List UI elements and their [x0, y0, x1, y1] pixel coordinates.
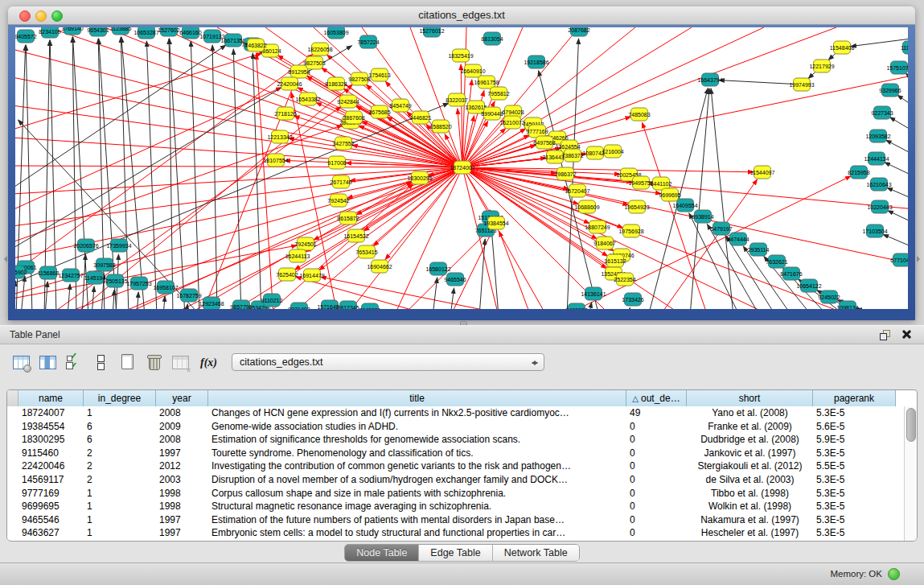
cell-out_de[interactable]: 0 [626, 487, 687, 501]
graph-node[interactable]: 8471676 [780, 267, 802, 280]
cell-title[interactable]: Genome-wide association studies in ADHD. [208, 420, 626, 434]
citation-edge-black[interactable] [897, 95, 908, 113]
graph-node[interactable]: 9827503 [303, 56, 325, 69]
graph-node[interactable]: 2867608 [343, 111, 364, 124]
cell-year[interactable]: 1997 [156, 526, 208, 540]
graph-node[interactable]: 9465546 [444, 273, 466, 286]
citation-edge-black[interactable] [906, 73, 908, 89]
graph-node[interactable]: 1216004 [602, 145, 623, 158]
graph-node[interactable]: 8921403 [288, 303, 310, 309]
citation-edge-black[interactable] [711, 89, 733, 309]
graph-node[interactable]: 9184067 [593, 237, 615, 249]
cell-in_degree[interactable]: 1 [84, 406, 156, 420]
new-document-icon[interactable] [117, 352, 138, 373]
cell-pagerank[interactable]: 5.6E-5 [813, 420, 896, 434]
citation-edge-red[interactable] [15, 138, 462, 167]
cell-title[interactable]: Structural magnetic resonance image aver… [208, 500, 626, 513]
graph-node[interactable]: 9446821 [409, 111, 431, 124]
graph-node[interactable]: 19974993 [789, 78, 814, 91]
graph-node[interactable]: 6479197 [710, 222, 732, 235]
graph-node[interactable]: 2718126 [274, 107, 296, 120]
graph-node[interactable]: 3097588 [93, 258, 115, 271]
column-header-out_de[interactable]: △out_de… [626, 390, 687, 406]
cell-title[interactable]: Changes of HCN gene expression and I(f) … [208, 406, 626, 420]
graph-node[interactable]: 9245022 [818, 290, 840, 303]
graph-node[interactable]: 19654923 [624, 200, 649, 213]
graph-node[interactable]: 10653287 [133, 27, 158, 39]
graph-node[interactable]: 8215958 [848, 166, 869, 179]
left-panel-collapse-arrow[interactable] [1, 256, 7, 262]
cell-pagerank[interactable]: 5.3E-5 [813, 526, 896, 540]
cell-title[interactable]: Corpus callosum shape and size in male p… [208, 487, 626, 501]
graph-node[interactable]: 1156868 [38, 266, 60, 279]
graph-node[interactable]: 9654301 [87, 27, 109, 36]
table-selector-dropdown[interactable]: citations_edges.txt [232, 353, 544, 371]
graph-node[interactable]: 17359934 [106, 239, 131, 252]
cell-in_degree[interactable]: 1 [84, 513, 156, 527]
citation-edge-black[interactable] [851, 37, 908, 47]
graph-node[interactable]: 10654122 [796, 279, 821, 292]
graph-node[interactable]: 2087682 [568, 27, 589, 36]
graph-node[interactable]: 7924542 [327, 194, 349, 207]
close-panel-icon[interactable] [901, 329, 911, 340]
graph-node[interactable]: 15751074 [886, 61, 908, 74]
citation-edge-black[interactable] [92, 286, 94, 309]
citation-edge-black[interactable] [627, 307, 630, 309]
cell-in_degree[interactable]: 1 [84, 526, 156, 540]
citation-edge-black[interactable] [888, 211, 908, 228]
graph-node[interactable]: 17103504 [862, 225, 887, 237]
citation-edge-black[interactable] [450, 288, 454, 309]
graph-node[interactable]: 8938914 [692, 210, 713, 223]
cell-short[interactable]: Dudbridge et al. (2008) [687, 433, 813, 447]
cell-title[interactable]: Investigating the contribution of common… [208, 459, 626, 473]
cell-year[interactable]: 2012 [156, 459, 208, 473]
cell-pagerank[interactable]: 5.3E-5 [813, 500, 896, 513]
cell-name[interactable]: 14569117 [18, 473, 84, 487]
graph-node[interactable]: 7857224 [357, 35, 379, 48]
graph-node[interactable]: 7463822 [244, 39, 266, 51]
cell-in_degree[interactable]: 2 [84, 473, 156, 487]
tab-edge-table[interactable]: Edge Table [419, 545, 492, 561]
cell-pagerank[interactable]: 5.3E-5 [813, 513, 896, 527]
cell-out_de[interactable]: 0 [626, 526, 687, 540]
cell-year[interactable]: 2003 [156, 473, 208, 487]
table-row[interactable]: 1872400712008Changes of HCN gene express… [7, 406, 905, 420]
graph-node[interactable]: 8990448 [481, 107, 503, 120]
graph-node[interactable]: 18226058 [307, 43, 332, 56]
cell-out_de[interactable]: 0 [626, 420, 687, 434]
cell-in_degree[interactable]: 1 [84, 487, 156, 501]
citation-edge-black[interactable] [885, 163, 908, 181]
table-row[interactable]: 969969511998Structural magnetic resonanc… [7, 500, 905, 513]
graph-node[interactable]: 11548408 [830, 41, 855, 54]
cell-short[interactable]: Stergiakouli et al. (2012) [687, 459, 813, 473]
graph-node[interactable]: 17957253 [126, 277, 151, 290]
graph-node[interactable]: 16914479 [299, 269, 324, 282]
graph-node[interactable]: 8615872 [337, 212, 359, 225]
graph-node[interactable]: 9405572 [15, 30, 37, 43]
graph-node[interactable]: 7643021 [359, 303, 380, 309]
graph-node[interactable]: 9110212 [261, 294, 283, 307]
cell-title[interactable]: Estimation of significance thresholds fo… [208, 433, 626, 447]
cell-pagerank[interactable]: 5.3E-5 [813, 406, 896, 420]
column-header-name[interactable]: name [18, 390, 84, 406]
citation-edge-black[interactable] [433, 278, 437, 309]
graph-node[interactable]: 16154522 [343, 229, 368, 242]
citation-edge-red[interactable] [462, 27, 836, 167]
table-row[interactable]: 911546021997Tourette syndrome. Phenomeno… [7, 447, 905, 460]
graph-node[interactable]: 7653415 [355, 245, 377, 258]
graph-node[interactable]: 1527602 [158, 27, 179, 36]
graph-node[interactable]: 6466160 [179, 27, 201, 39]
table-row[interactable]: 946554611997Estimation of the future num… [7, 513, 905, 527]
graph-node[interactable]: 1754613 [368, 68, 390, 81]
graph-node[interactable]: 8813054 [481, 32, 503, 45]
cell-year[interactable]: 1998 [156, 500, 208, 513]
cell-out_de[interactable]: 0 [626, 473, 687, 487]
column-header-year[interactable]: year [156, 390, 208, 406]
cell-year[interactable]: 2008 [156, 406, 208, 420]
graph-node[interactable]: 11544097 [750, 166, 775, 179]
cell-name[interactable]: 18724007 [18, 406, 84, 420]
graph-node[interactable]: 1123885 [110, 27, 132, 35]
graph-node[interactable]: 3427552 [332, 137, 354, 150]
graph-node[interactable]: 9463627 [565, 303, 587, 309]
graph-node[interactable]: 9699695 [659, 188, 680, 201]
